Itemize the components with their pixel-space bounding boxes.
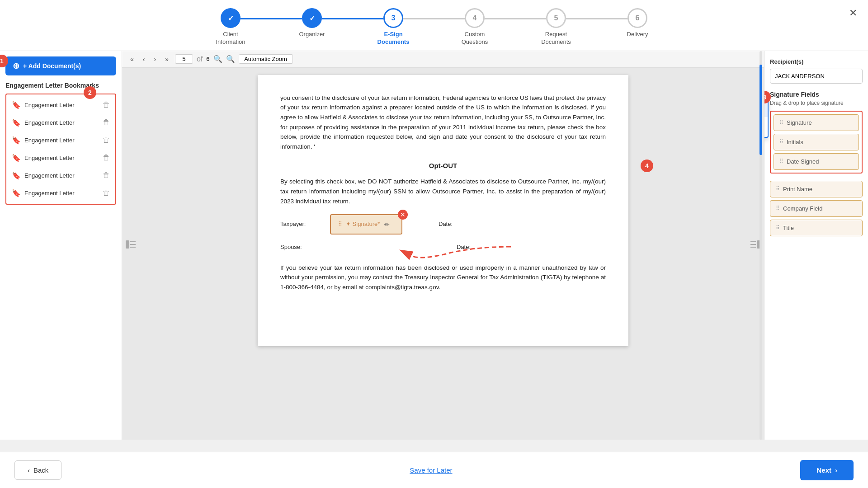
back-label: Back: [33, 466, 48, 474]
drag-handle-icon: ⠿: [779, 139, 783, 145]
sig-edit-button[interactable]: ✏: [384, 221, 390, 228]
drag-field-initials[interactable]: ⠿ Initials: [774, 134, 859, 150]
svg-rect-5: [750, 241, 756, 242]
wizard-circle-3: 3: [383, 8, 403, 28]
bookmark-delete-icon[interactable]: 🗑: [103, 171, 110, 179]
bookmark-label: Engagement Letter: [24, 190, 99, 197]
bookmark-item[interactable]: 🔖 Engagement Letter 🗑: [9, 132, 113, 148]
left-sidebar: 1 ⊕ + Add Document(s) 2 Engagement Lette…: [0, 51, 122, 440]
wizard-step-delivery[interactable]: 6 Delivery: [597, 8, 678, 38]
sidebar-toggle-right[interactable]: [750, 240, 760, 250]
wizard-circle-5: 5: [546, 8, 566, 28]
bookmark-delete-icon[interactable]: 🗑: [103, 118, 110, 127]
pdf-zoom-in-button[interactable]: 🔍: [226, 55, 235, 63]
plus-icon: ⊕: [13, 61, 19, 71]
drag-handle-icon: ⠿: [776, 205, 779, 211]
scrollbar-thumb[interactable]: [760, 68, 762, 155]
bookmark-icon: 🔖: [12, 154, 21, 162]
signature-field-placed[interactable]: ⠿ ✦ Signature* ✏ ✕: [330, 214, 402, 235]
bookmark-label: Engagement Letter: [24, 102, 99, 108]
recipient-label: Recipient(s): [770, 58, 863, 65]
bookmark-item[interactable]: 🔖 Engagement Letter 🗑: [9, 150, 113, 166]
wizard-label-5: RequestDocuments: [541, 31, 571, 46]
sidebar-title: Engagement Letter Bookmarks: [5, 82, 116, 89]
drag-field-signature[interactable]: ⠿ Signature: [774, 114, 859, 131]
bookmark-item[interactable]: 🔖 Engagement Letter 🗑: [9, 168, 113, 183]
pdf-page-separator: of: [197, 55, 203, 63]
pdf-viewer: « ‹ › » of 6 🔍 🔍 Automatic Zoom you cons…: [122, 51, 764, 440]
drag-handle-icon: ⠿: [779, 119, 783, 126]
pdf-zoom-out-button[interactable]: 🔍: [213, 55, 222, 63]
wizard-bar: ✓ ClientInformation ✓ Organizer 3 E-Sign…: [0, 0, 868, 51]
sig-fields-subtitle: Drag & drop to place signature: [770, 100, 863, 106]
bookmark-icon: 🔖: [12, 118, 21, 127]
drag-handle-icon: ⠿: [776, 225, 779, 231]
bookmark-label: Engagement Letter: [24, 119, 99, 126]
recipient-select[interactable]: JACK ANDERSON JILL ANDERSON: [770, 69, 863, 84]
wizard-step-request[interactable]: 5 RequestDocuments: [515, 8, 597, 46]
wizard-label-3: E-SignDocuments: [377, 31, 410, 46]
svg-rect-2: [130, 244, 136, 245]
pdf-page-input[interactable]: [175, 54, 193, 64]
extra-fields-section: ⠿ Print Name ⠿ Company Field ⠿ Title: [770, 181, 863, 236]
pdf-next-page-button[interactable]: ›: [151, 54, 159, 65]
next-arrow-icon: ›: [835, 466, 837, 474]
taxpayer-label: Taxpayer:: [280, 220, 321, 229]
sidebar-toggle-left[interactable]: [126, 240, 136, 250]
wizard-circle-2: ✓: [302, 8, 322, 28]
pdf-last-page-button[interactable]: »: [162, 54, 171, 65]
drag-handle-icon: ⠿: [779, 158, 783, 164]
wizard-circle-1: ✓: [221, 8, 241, 28]
bookmark-item[interactable]: 🔖 Engagement Letter 🗑: [9, 185, 113, 201]
bookmark-delete-icon[interactable]: 🗑: [103, 154, 110, 162]
initials-field-label: Initials: [787, 139, 803, 145]
bookmark-icon: 🔖: [12, 171, 21, 180]
bookmark-item[interactable]: 🔖 Engagement Letter 🗑: [9, 115, 113, 131]
pdf-page-total: 6: [206, 56, 209, 62]
title-field-label: Title: [783, 225, 794, 231]
wizard-step-organizer[interactable]: ✓ Organizer: [271, 8, 353, 38]
pdf-first-page-button[interactable]: «: [127, 54, 137, 65]
sig-delete-button[interactable]: ✕: [398, 210, 408, 220]
bookmark-delete-icon[interactable]: 🗑: [103, 136, 110, 144]
company-field-label: Company Field: [783, 205, 822, 212]
add-document-button[interactable]: ⊕ + Add Document(s): [5, 56, 116, 75]
sig-fields-box: ⠿ Signature ⠿ Initials ⠿ Date Signed: [770, 111, 863, 174]
pdf-paragraph-1: you consent to the disclosure of your ta…: [280, 93, 606, 152]
add-document-label: + Add Document(s): [23, 62, 81, 70]
drag-field-company[interactable]: ⠿ Company Field: [770, 200, 863, 217]
close-button[interactable]: ✕: [849, 7, 857, 19]
wizard-step-esign[interactable]: 3 E-SignDocuments: [353, 8, 434, 46]
pdf-paragraph-3: If you believe your tax return informati…: [280, 263, 606, 292]
drag-field-date-signed[interactable]: ⠿ Date Signed: [774, 153, 859, 170]
drag-field-title[interactable]: ⠿ Title: [770, 220, 863, 236]
pdf-zoom-dropdown[interactable]: Automatic Zoom: [239, 54, 293, 64]
back-button[interactable]: ‹ Back: [14, 460, 61, 480]
bookmark-label: Engagement Letter: [24, 172, 99, 179]
wizard-step-client[interactable]: ✓ ClientInformation: [190, 8, 271, 46]
next-label: Next: [816, 466, 831, 474]
taxpayer-row: Taxpayer: ⠿ ✦ Signature* ✏ ✕ Date:: [280, 214, 606, 235]
drag-field-print-name[interactable]: ⠿ Print Name: [770, 181, 863, 197]
recipient-option-jill[interactable]: JILL ANDERSON: [764, 117, 768, 137]
pdf-prev-page-button[interactable]: ‹: [140, 54, 148, 65]
sig-fields-title: Signature Fields: [770, 91, 863, 98]
svg-rect-6: [750, 244, 756, 245]
wizard-label-1: ClientInformation: [216, 31, 245, 46]
bookmark-delete-icon[interactable]: 🗑: [103, 101, 110, 109]
sig-drag-handle-icon: ⠿: [338, 220, 342, 229]
date-label-1: Date:: [439, 220, 453, 229]
next-button[interactable]: Next ›: [800, 460, 854, 480]
wizard-circle-6: 6: [627, 8, 647, 28]
date-signed-field-label: Date Signed: [787, 158, 819, 165]
bookmark-icon: 🔖: [12, 136, 21, 145]
wizard-step-custom[interactable]: 4 CustomQuestions: [434, 8, 515, 46]
bookmark-delete-icon[interactable]: 🗑: [103, 189, 110, 197]
main-layout: 1 ⊕ + Add Document(s) 2 Engagement Lette…: [0, 51, 868, 440]
bookmark-item[interactable]: 🔖 Engagement Letter 🗑: [9, 97, 113, 113]
save-later-button[interactable]: Save for Later: [410, 466, 452, 474]
drag-handle-icon: ⠿: [776, 186, 779, 192]
svg-rect-1: [130, 241, 136, 242]
pdf-area: you consent to the disclosure of your ta…: [122, 68, 764, 440]
sig-field-label: Signature: [787, 119, 812, 126]
